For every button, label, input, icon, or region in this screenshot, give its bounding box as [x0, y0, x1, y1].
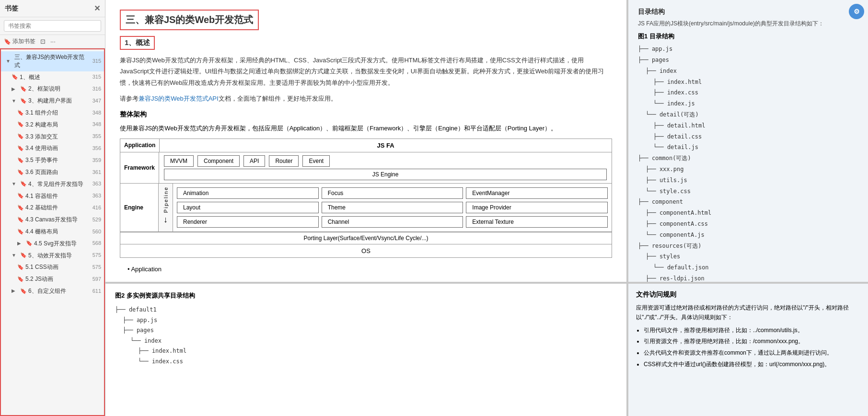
engine-grid: Animation Focus EventManager Layout Them… — [173, 184, 612, 231]
tree-line: ├── xxx.png — [638, 164, 858, 175]
collapse-icon: ▼ — [12, 98, 18, 104]
expand-icon: ▶ — [12, 288, 18, 294]
externaltexture-box: External Texture — [466, 216, 608, 228]
bookmark-item-icon: 🔖 — [20, 97, 27, 104]
search-input[interactable] — [4, 20, 101, 32]
bottom-right-page: 文件访问规则 应用资源可通过绝对路径或相对路径的方式进行访问，绝对路径以"/"开… — [628, 284, 868, 416]
theme-box: Theme — [322, 202, 463, 213]
list-item: 引用代码文件，推荐使用相对路径，比如：../common/utils.js。 — [644, 325, 860, 336]
bookmark-item-icon: 🔖 — [26, 240, 33, 247]
sidebar-item-label: 5.1 CSS动画 — [25, 263, 58, 271]
engine-row: Engine Pipeline ↓ Animation Focus EventM… — [120, 184, 612, 232]
more-options-icon[interactable]: ··· — [50, 38, 56, 45]
sidebar-item-components-guide[interactable]: ▼ 🔖 4、常见组件开发指导 363 — [1, 178, 104, 190]
sidebar-item-build-layout[interactable]: 🔖 3.2 构建布局 348 — [1, 119, 104, 131]
sidebar-item-label: 4.3 Canvas开发指导 — [25, 216, 78, 224]
sidebar-item-label: 3、构建用户界面 — [28, 97, 72, 105]
bookmark-item-icon: 🔖 — [17, 145, 24, 152]
api-box: API — [243, 155, 265, 167]
sidebar-item-grid[interactable]: 🔖 4.4 栅格布局 560 — [1, 226, 104, 238]
tree-line: ├── index.css — [638, 87, 858, 98]
mvvm-box: MVVM — [164, 155, 194, 167]
sidebar-header: 书签 ✕ — [0, 0, 105, 17]
sidebar-item-label: 6、自定义组件 — [28, 287, 66, 295]
bookmark-item-icon: 🔖 — [20, 252, 27, 259]
sub-section-title: 1、概述 — [120, 36, 155, 50]
tree-line: ├── pages — [638, 55, 858, 66]
tree-line: ├── res-ldpi.json — [638, 273, 858, 282]
collapse-icon: ▼ — [12, 252, 18, 259]
pipeline-label: Pipeline — [163, 186, 169, 213]
sidebar-item-add-interaction[interactable]: 🔖 3.3 添加交互 355 — [1, 131, 104, 143]
sidebar-item-main-section[interactable]: ▼ 三、兼容JS的类Web开发范式 315 — [1, 51, 104, 71]
bottom-left-page: 图2 多实例资源共享目录结构 ├── default1 ├── app.js ├… — [105, 284, 628, 416]
sidebar-actions: 🔖 添加书签 ⊡ ··· — [0, 35, 105, 48]
tree-line: └── index.js — [638, 98, 858, 109]
bookmark-item-icon: 🔖 — [17, 216, 24, 223]
sidebar-item-gesture[interactable]: 🔖 3.5 手势事件 359 — [1, 154, 104, 166]
sidebar-item-js-anim[interactable]: 🔖 5.2 JS动画 597 — [1, 273, 104, 285]
tree-line: ├── default1 — [115, 305, 617, 315]
sidebar-item-custom-comp[interactable]: ▶ 🔖 6、自定义组件 611 — [1, 285, 104, 297]
sidebar-item-page-route[interactable]: 🔖 3.6 页面路由 361 — [1, 166, 104, 178]
tree-line: ├── componentA.html — [638, 208, 858, 219]
sidebar-item-component-intro[interactable]: 🔖 3.1 组件介绍 348 — [1, 107, 104, 119]
tree-line: ├── utils.js — [638, 175, 858, 186]
sidebar: 书签 ✕ 🔖 添加书签 ⊡ ··· ▼ 三、兼容JS的类Web开发范式 315 … — [0, 0, 105, 416]
tree-line: └── index.css — [115, 357, 617, 367]
sidebar-item-label: 3.5 手势事件 — [25, 156, 58, 164]
bookmark-item-icon: 🔖 — [17, 157, 24, 164]
app-row: Application JS FA — [120, 139, 612, 152]
architecture-diagram: Application JS FA Framework MVVM Compone… — [120, 139, 612, 258]
tree-line: └── style.css — [638, 186, 858, 197]
animation-box: Animation — [177, 187, 319, 199]
list-item: CSS样式文件中通过url()函数创建路径模型，如：url(/common/xx… — [644, 359, 860, 370]
api-link[interactable]: 兼容JS的类Web开发范式API — [139, 95, 219, 102]
bookmark-item-icon: 🔖 — [17, 204, 24, 211]
sidebar-item-label: 3.1 组件介绍 — [25, 109, 58, 117]
section-title: 三、兼容JS的类Web开发范式 — [120, 10, 259, 30]
renderer-box: Renderer — [177, 216, 319, 228]
sidebar-item-use-animation[interactable]: 🔖 3.4 使用动画 356 — [1, 142, 104, 154]
pipeline-wrap: Pipeline ↓ — [159, 184, 173, 231]
sidebar-item-label: 4、常见组件开发指导 — [28, 180, 83, 188]
dir-structure-desc: JS FA应用的JS模块(entry/src/main/js/module)的典… — [638, 19, 858, 28]
framework-content: MVVM Component API Router Event JS Engin… — [159, 152, 612, 183]
sidebar-item-label: 1、概述 — [20, 73, 40, 81]
channel-box: Channel — [322, 216, 463, 228]
sidebar-item-framework[interactable]: ▶ 🔖 2、框架说明 316 — [1, 83, 104, 95]
app-content: JS FA — [160, 139, 612, 152]
bookmark-view-icon[interactable]: ⊡ — [40, 38, 46, 45]
settings-icon: ⚙ — [854, 8, 860, 15]
engine-label: Engine — [120, 184, 159, 231]
access-rules-desc: 应用资源可通过绝对路径或相对路径的方式进行访问，绝对路径以"/"开头，相对路径以… — [636, 303, 860, 323]
collapse-icon: ▼ — [6, 58, 12, 65]
settings-button[interactable]: ⚙ — [849, 4, 864, 19]
sidebar-item-label: 3.6 页面路由 — [25, 168, 58, 176]
sidebar-tree: ▼ 三、兼容JS的类Web开发范式 315 🔖 1、概述 315 ▶ 🔖 2、框… — [0, 48, 105, 416]
bookmark-item-icon: 🔖 — [20, 180, 27, 187]
sidebar-item-canvas[interactable]: 🔖 4.3 Canvas开发指导 529 — [1, 214, 104, 226]
imageprovider-box: Image Provider — [466, 202, 608, 213]
add-bookmark-button[interactable]: 🔖 添加书签 — [4, 37, 35, 46]
left-page: 三、兼容JS的类Web开发范式 1、概述 兼容JS的类Web开发范式的方舟开发框… — [105, 0, 628, 282]
sidebar-item-container[interactable]: 🔖 4.1 容器组件 363 — [1, 190, 104, 202]
main-content: 三、兼容JS的类Web开发范式 1、概述 兼容JS的类Web开发范式的方舟开发框… — [105, 0, 868, 416]
engine-content: Pipeline ↓ Animation Focus EventManager … — [159, 184, 612, 231]
close-icon[interactable]: ✕ — [94, 4, 100, 13]
sidebar-item-animation-guide[interactable]: ▼ 🔖 5、动效开发指导 575 — [1, 250, 104, 262]
collapse-icon: ▼ — [12, 181, 18, 187]
sidebar-item-label: 三、兼容JS的类Web开发范式 — [14, 53, 88, 69]
fig2-title: 图2 多实例资源共享目录结构 — [115, 291, 617, 300]
sidebar-item-overview[interactable]: 🔖 1、概述 315 — [1, 71, 104, 83]
sidebar-item-basic-comp[interactable]: 🔖 4.2 基础组件 416 — [1, 202, 104, 214]
sidebar-item-label: 5、动效开发指导 — [28, 252, 72, 260]
eventmanager-box: EventManager — [466, 187, 608, 199]
sidebar-item-label: 4.1 容器组件 — [25, 192, 58, 200]
sidebar-item-css-anim[interactable]: 🔖 5.1 CSS动画 575 — [1, 261, 104, 273]
sidebar-item-build-ui[interactable]: ▼ 🔖 3、构建用户界面 347 — [1, 95, 104, 107]
sidebar-item-svg[interactable]: ▶ 🔖 4.5 Svg开发指导 568 — [1, 238, 104, 250]
bookmark-item-icon: 🔖 — [17, 192, 24, 199]
framework-label: Framework — [120, 152, 159, 183]
os-row: OS — [120, 244, 612, 257]
